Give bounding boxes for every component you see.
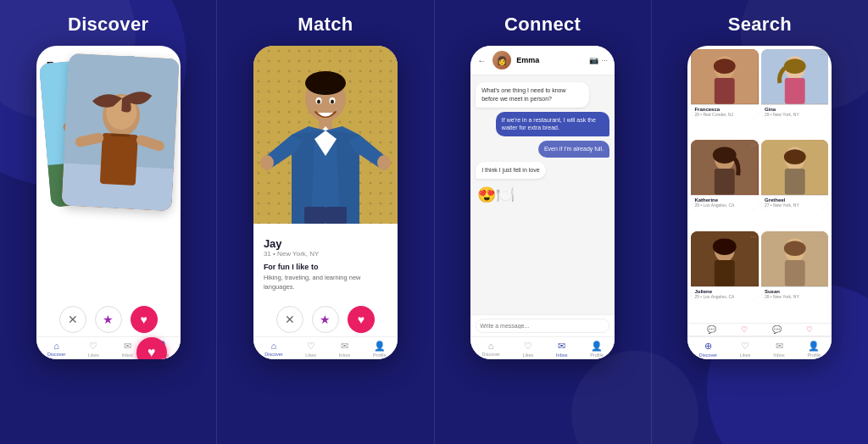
match-like-button[interactable]: ♥	[348, 306, 375, 333]
match-sub: 31 • New York, NY	[264, 250, 387, 258]
nav-match-likes[interactable]: ♡ Likes	[305, 341, 316, 358]
nav-inbox[interactable]: ✉ Inbox	[122, 341, 133, 358]
svg-rect-30	[304, 207, 326, 224]
search-card-3[interactable]: Katherine 28 • Los Angeles, CA ···	[691, 140, 759, 209]
search-grid: Francesca 26 • Red Conder, NJ ···	[687, 46, 832, 323]
match-heading: For fun I like to	[264, 263, 387, 271]
svg-point-28	[317, 100, 320, 104]
search-photo-5	[691, 231, 759, 286]
phone-nav-connect: ⌂ Discover ♡ Likes ✉ Inbox 👤 Profile	[470, 336, 615, 359]
nav-match-profile[interactable]: 👤 Profile	[373, 341, 387, 358]
person-photo-front	[61, 53, 179, 212]
match-profile-info: Jay 31 • New York, NY For fun I like to …	[253, 224, 398, 299]
like-badge: ♥	[136, 337, 167, 359]
nav-connect-profile[interactable]: 👤 Profile	[590, 341, 604, 358]
inbox-icon-search: ✉	[776, 341, 783, 352]
star-button[interactable]: ★	[95, 306, 122, 333]
match-action-buttons: ✕ ★ ♥	[253, 299, 398, 336]
card-1-dots[interactable]: ···	[750, 51, 756, 58]
card-5-info-sub: 25 • Los Angeles, CA	[694, 294, 755, 299]
card-4-info-sub: 27 • New York, NY	[765, 203, 826, 208]
discover-section: Discover	[0, 0, 216, 444]
back-icon[interactable]: ←	[477, 56, 486, 65]
search-card-1[interactable]: Francesca 26 • Red Conder, NJ ···	[691, 49, 759, 119]
nav-match-discover[interactable]: ⌂ Discover	[264, 341, 282, 358]
svg-point-29	[331, 100, 334, 104]
connect-title: Connect	[504, 14, 581, 36]
nav-likes[interactable]: ♡ Likes	[88, 341, 99, 358]
search-card-6[interactable]: Susan 28 • New York, NY ···	[761, 231, 829, 301]
nav-search-inbox[interactable]: ✉ Inbox	[773, 341, 784, 358]
card-4-dots[interactable]: ···	[821, 142, 826, 149]
match-desc: Hiking, traveling, and learning new lang…	[264, 274, 387, 291]
match-hero	[253, 46, 398, 224]
likes-icon-match: ♡	[307, 341, 315, 352]
search-card-4[interactable]: Gretheel 27 • New York, NY ···	[761, 140, 829, 209]
chat-contact-name: Emma	[516, 56, 583, 64]
action-buttons: ✕ ★ ♥	[36, 299, 181, 336]
phone-nav-match: ⌂ Discover ♡ Likes ✉ Inbox 👤 Profile	[253, 336, 398, 359]
home-icon-connect: ⌂	[488, 341, 494, 351]
svg-rect-34	[715, 78, 735, 104]
svg-rect-54	[785, 260, 805, 286]
app-container: Discover	[0, 0, 868, 444]
chat-input-area	[470, 314, 615, 336]
discover-title: Discover	[68, 14, 148, 36]
chat-avatar: 👩	[492, 51, 511, 69]
inbox-icon-connect: ✉	[558, 341, 565, 352]
nav-search-profile[interactable]: 👤 Profile	[807, 341, 821, 358]
discover-phone: ♥ Emma 33 • New York, NY For fun I like …	[36, 46, 181, 359]
card-2-info-sub: 29 • New York, NY	[765, 112, 826, 117]
search-card-5[interactable]: Juliene 25 • Los Angeles, CA ···	[691, 231, 759, 301]
svg-point-39	[784, 58, 806, 74]
action-chat-1[interactable]: 💬	[707, 325, 716, 334]
msg-4: I think I just fell in love	[476, 162, 545, 179]
likes-icon-search: ♡	[741, 341, 749, 352]
search-photo-4	[761, 140, 829, 195]
match-star-button[interactable]: ★	[312, 306, 339, 333]
card-2-dots[interactable]: ···	[821, 51, 826, 58]
nav-connect-discover[interactable]: ⌂ Discover	[481, 341, 499, 358]
message-input[interactable]	[476, 319, 609, 333]
svg-rect-31	[326, 207, 347, 224]
more-icon[interactable]: ···	[602, 56, 609, 64]
nav-search-discover[interactable]: ⊕ Discover	[699, 341, 717, 358]
home-icon: ⌂	[53, 341, 59, 351]
card-5-info: Juliene 25 • Los Angeles, CA	[691, 287, 759, 301]
search-card-2[interactable]: Gina 29 • New York, NY ···	[761, 49, 829, 119]
msg-3: Even if I'm already full.	[538, 141, 609, 158]
match-section: Match	[217, 0, 433, 444]
like-button[interactable]: ♥	[131, 306, 158, 333]
nav-discover[interactable]: ⌂ Discover	[47, 341, 65, 358]
match-phone: Jay 31 • New York, NY For fun I like to …	[253, 46, 398, 359]
dislike-button[interactable]: ✕	[59, 306, 86, 333]
card-6-info: Susan 28 • New York, NY	[761, 287, 829, 301]
nav-connect-likes[interactable]: ♡ Likes	[523, 341, 534, 358]
card-6-dots[interactable]: ···	[821, 233, 826, 241]
action-heart-2[interactable]: ♡	[806, 325, 813, 334]
svg-rect-12	[99, 133, 137, 186]
card-3-dots[interactable]: ···	[750, 142, 756, 149]
chat-messages: What's one thing I need to know before w…	[470, 75, 615, 314]
svg-point-25	[305, 71, 346, 95]
action-chat-2[interactable]: 💬	[772, 325, 782, 334]
video-icon[interactable]: 📷	[589, 56, 598, 64]
msg-5: 😍🍽️	[476, 183, 516, 208]
msg-1: What's one thing I need to know before w…	[476, 82, 589, 108]
match-dislike-button[interactable]: ✕	[276, 306, 303, 333]
phone-nav-search: ⊕ Discover ♡ Likes ✉ Inbox 👤 Profile	[687, 336, 832, 359]
nav-connect-inbox[interactable]: ✉ Inbox	[556, 341, 567, 358]
action-heart-1[interactable]: ♡	[741, 325, 748, 334]
nav-match-inbox[interactable]: ✉ Inbox	[339, 341, 350, 358]
svg-point-47	[784, 149, 806, 164]
nav-search-likes[interactable]: ♡ Likes	[740, 341, 751, 358]
svg-rect-42	[715, 169, 735, 195]
search-actions-row: 💬 ♡ 💬 ♡	[687, 323, 832, 336]
search-photo-6	[761, 231, 829, 286]
card-3-info: Katherine 28 • Los Angeles, CA	[691, 196, 759, 209]
svg-point-55	[784, 241, 806, 256]
search-phone: Francesca 26 • Red Conder, NJ ···	[687, 46, 832, 359]
card-5-dots[interactable]: ···	[750, 233, 756, 241]
home-icon-match: ⌂	[271, 341, 277, 351]
inbox-icon: ✉	[124, 341, 131, 352]
